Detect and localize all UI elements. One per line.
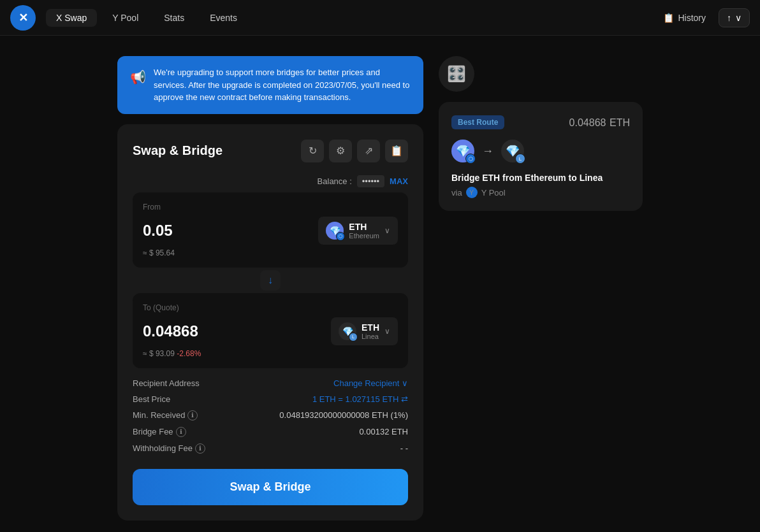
route-arrow-icon: →	[482, 145, 493, 158]
share-button[interactable]: ⇗	[357, 140, 380, 162]
swap-direction-arrow: ↓	[133, 270, 408, 291]
bridge-fee-label: Bridge Fee ℹ	[133, 427, 186, 437]
share-icon: ⇗	[365, 145, 373, 157]
upgrade-banner: 📢 We're upgrading to support more bridge…	[117, 56, 423, 114]
route-icon-circle: 🎛️	[439, 56, 474, 92]
best-route-badge: Best Route	[451, 115, 504, 129]
navbar: ✕ X Swap Y Pool Stats Events 📋 History ↑…	[0, 0, 760, 36]
chevron-down-icon: ∨	[735, 13, 742, 23]
eth-linea-icon: 💎 L	[339, 322, 356, 340]
linea-badge: L	[349, 333, 358, 341]
balance-value: ••••••	[357, 175, 384, 187]
min-received-row: Min. Received ℹ 0.048193200000000008 ETH…	[133, 410, 408, 421]
best-route-currency: ETH	[610, 117, 630, 128]
route-to-token-icon: 💎 L	[501, 140, 524, 162]
to-usd: ≈ $ 93.09 -2.68%	[143, 349, 398, 358]
ethereum-badge: ⬡	[336, 232, 345, 241]
down-arrow-icon[interactable]: ↓	[260, 270, 281, 291]
best-route-amount: 0.04868 ETH	[569, 115, 630, 129]
nav-item-xswap[interactable]: X Swap	[46, 9, 97, 27]
best-route-header: Best Route 0.04868 ETH	[451, 115, 630, 129]
from-token-selector[interactable]: 💎 ⬡ ETH Ethereum ∨	[318, 217, 398, 245]
from-amount[interactable]: 0.05	[143, 222, 173, 240]
from-usd: ≈ $ 95.64	[143, 248, 398, 257]
withholding-fee-value: - -	[400, 443, 408, 453]
megaphone-icon: 📢	[130, 68, 146, 87]
to-token-info: ETH Linea	[362, 322, 379, 340]
best-price-row: Best Price 1 ETH = 1.027115 ETH ⇄	[133, 394, 408, 404]
withholding-fee-label: Withholding Fee ℹ	[133, 443, 205, 454]
swap-card: Swap & Bridge ↻ ⚙ ⇗ 📋	[117, 124, 423, 521]
to-token-row: 0.04868 💎 L ETH Linea ∨	[143, 317, 398, 345]
change-recipient-button[interactable]: Change Recipient ∨	[333, 378, 408, 388]
route-from-token-icon: 💎 ⬡	[451, 140, 474, 162]
info-section: Recipient Address Change Recipient ∨ Bes…	[133, 378, 408, 454]
history-list-icon: 📋	[390, 145, 403, 157]
min-received-info-icon[interactable]: ℹ	[187, 410, 198, 421]
best-price-value: 1 ETH = 1.027115 ETH ⇄	[312, 394, 408, 404]
main-content: 📢 We're upgrading to support more bridge…	[0, 36, 760, 532]
from-token-info: ETH Ethereum	[349, 222, 379, 240]
balance-row: Balance : •••••• MAX	[133, 175, 408, 187]
route-from-badge: ⬡	[465, 154, 476, 164]
nav-item-ypool[interactable]: Y Pool	[102, 9, 149, 27]
max-button[interactable]: MAX	[390, 176, 408, 186]
logo[interactable]: ✕	[10, 5, 36, 31]
to-token-chain: Linea	[362, 333, 379, 340]
best-price-label: Best Price	[133, 394, 170, 404]
to-label: To (Quote)	[143, 303, 398, 312]
history-button[interactable]: 📋 History	[655, 9, 713, 27]
swap-bridge-button[interactable]: Swap & Bridge	[133, 469, 408, 505]
from-token-box: From 0.05 💎 ⬡ ETH Ethereum ∨	[133, 192, 408, 268]
right-column: 🎛️ Best Route 0.04868 ETH 💎 ⬡ → 💎	[439, 56, 643, 521]
best-route-card: Best Route 0.04868 ETH 💎 ⬡ → 💎 L	[439, 102, 643, 211]
to-token-selector[interactable]: 💎 L ETH Linea ∨	[331, 317, 398, 345]
from-token-row: 0.05 💎 ⬡ ETH Ethereum ∨	[143, 217, 398, 245]
nav-item-stats[interactable]: Stats	[154, 9, 194, 27]
to-token-box: To (Quote) 0.04868 💎 L ETH Linea ∨	[133, 293, 408, 368]
nav-item-events[interactable]: Events	[200, 9, 247, 27]
ypool-via-icon: Y	[466, 187, 478, 198]
route-title: Bridge ETH from Ethereum to Linea	[451, 173, 630, 183]
balance-label: Balance :	[318, 176, 352, 186]
left-column: 📢 We're upgrading to support more bridge…	[117, 56, 423, 521]
from-token-symbol: ETH	[349, 222, 379, 232]
bridge-fee-value: 0.00132 ETH	[359, 427, 408, 436]
min-received-label: Min. Received ℹ	[133, 410, 198, 421]
swap-header: Swap & Bridge ↻ ⚙ ⇗ 📋	[133, 140, 408, 162]
recipient-address-row: Recipient Address Change Recipient ∨	[133, 378, 408, 388]
refresh-button[interactable]: ↻	[301, 140, 324, 162]
swap-title: Swap & Bridge	[133, 143, 223, 158]
route-icon-wrapper: 🎛️	[439, 56, 643, 92]
bridge-fee-row: Bridge Fee ℹ 0.00132 ETH	[133, 427, 408, 437]
settings-button[interactable]: ⚙	[329, 140, 352, 162]
tx-history-button[interactable]: 📋	[385, 140, 408, 162]
min-received-value: 0.048193200000000008 ETH (1%)	[279, 410, 408, 420]
eth-ethereum-icon: 💎 ⬡	[326, 222, 344, 240]
route-via: via Y Y Pool	[451, 187, 630, 198]
history-icon: 📋	[663, 13, 674, 23]
to-amount: 0.04868	[143, 322, 198, 340]
from-token-chain: Ethereum	[349, 232, 379, 240]
route-tokens: 💎 ⬡ → 💎 L	[451, 140, 630, 162]
from-label: From	[143, 203, 398, 212]
bridge-fee-info-icon[interactable]: ℹ	[176, 427, 186, 437]
steering-wheel-icon: 🎛️	[447, 65, 466, 83]
recipient-address-label: Recipient Address	[133, 378, 200, 388]
to-chevron-icon: ∨	[384, 327, 390, 336]
price-diff: -2.68%	[177, 349, 201, 358]
withholding-fee-row: Withholding Fee ℹ - -	[133, 443, 408, 454]
from-chevron-icon: ∨	[384, 226, 390, 235]
wallet-button[interactable]: ↑ ∨	[719, 8, 750, 27]
wallet-icon: ↑	[727, 13, 731, 23]
swap-action-buttons: ↻ ⚙ ⇗ 📋	[301, 140, 408, 162]
settings-icon: ⚙	[336, 145, 345, 157]
withholding-fee-info-icon[interactable]: ℹ	[195, 443, 205, 454]
refresh-icon: ↻	[309, 145, 317, 157]
to-token-symbol: ETH	[362, 322, 379, 333]
route-to-badge: L	[515, 154, 525, 164]
